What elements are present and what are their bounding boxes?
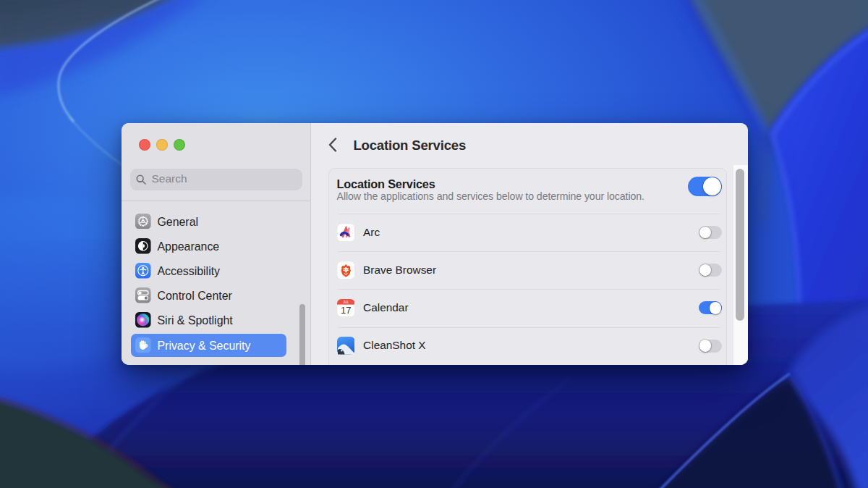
svg-text:JUL: JUL: [343, 300, 349, 304]
svg-text:17: 17: [341, 305, 351, 316]
